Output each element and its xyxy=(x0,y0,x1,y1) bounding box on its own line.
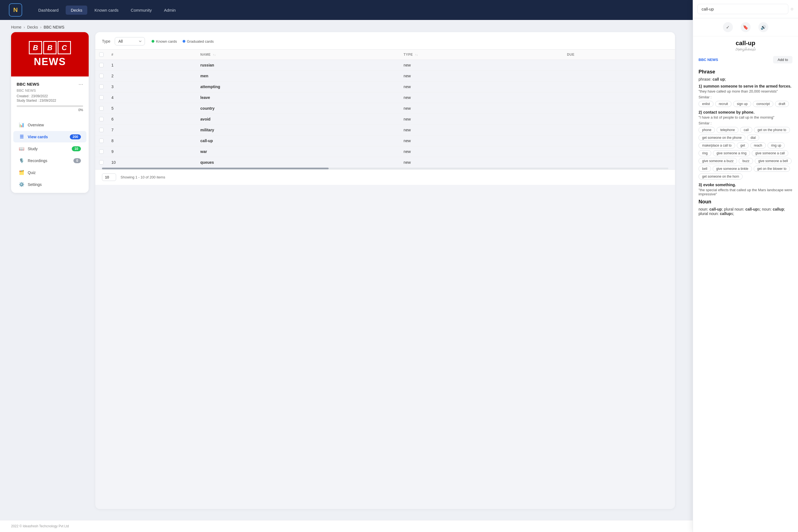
table-row[interactable]: 10 queues new xyxy=(95,157,675,168)
nav-link-community[interactable]: Community xyxy=(126,5,157,15)
dict-tag[interactable]: make/place a call to xyxy=(699,142,735,149)
dict-tag[interactable]: give someone a tinkle xyxy=(712,166,752,172)
dict-tag[interactable]: buzz xyxy=(739,158,753,164)
nav-link-dashboard[interactable]: Dashboard xyxy=(33,5,63,15)
dict-tag[interactable]: draft xyxy=(775,101,789,107)
table-row[interactable]: 9 war new xyxy=(95,146,675,157)
row-checkbox[interactable] xyxy=(99,160,103,165)
bookmark-button[interactable]: 🔖 xyxy=(741,22,750,32)
nav-icon: ⚙️ xyxy=(19,182,24,187)
table-row[interactable]: 8 call-up new xyxy=(95,135,675,146)
breadcrumb-decks[interactable]: Decks xyxy=(27,25,38,30)
nav-icon: 🗂️ xyxy=(19,170,24,175)
dict-add-button[interactable]: Add to xyxy=(773,56,793,63)
dict-body: Phrasephrase: call up;1) summon someone … xyxy=(693,66,798,223)
check-button[interactable]: ✓ xyxy=(723,22,733,32)
dict-noun-line: noun: call-up; plural noun: call-ups; no… xyxy=(699,207,793,216)
table-row[interactable]: 4 leave new xyxy=(95,92,675,103)
dict-actions: ✓ 🔖 🔊 xyxy=(693,18,798,36)
nav-link-decks[interactable]: Decks xyxy=(66,5,87,15)
td-checkbox xyxy=(95,135,108,146)
dict-tag[interactable]: sign up xyxy=(733,101,751,107)
dict-tag[interactable]: get someone on the horn xyxy=(699,173,743,179)
table-row[interactable]: 2 men new xyxy=(95,71,675,81)
legend-item-known-cards: Known cards xyxy=(152,39,177,43)
dict-def-example: "they have called up more than 20,000 re… xyxy=(699,89,793,93)
speaker-button[interactable]: 🔊 xyxy=(758,22,768,32)
dict-section-title-1: Noun xyxy=(699,199,793,205)
dict-tag[interactable]: give someone a bell xyxy=(755,158,792,164)
dict-def-example: "the special effects that called up the … xyxy=(699,188,793,196)
sidebar-item-study[interactable]: 📖 Study10 xyxy=(13,143,87,154)
deck-progress-bar xyxy=(17,105,83,107)
dict-tag[interactable]: get someone on the phone xyxy=(699,135,745,141)
dict-tag[interactable]: conscript xyxy=(753,101,773,107)
table-row[interactable]: 5 country new xyxy=(95,103,675,114)
th-name[interactable]: NAME ↑↓ xyxy=(196,50,400,60)
table-row[interactable]: 1 russian new xyxy=(95,60,675,71)
row-checkbox[interactable] xyxy=(99,106,103,111)
main-content: B B C NEWS BBC NEWS ··· BBC NEWS Created… xyxy=(0,32,693,520)
sidebar-item-settings[interactable]: ⚙️ Settings xyxy=(13,179,87,190)
row-checkbox[interactable] xyxy=(99,84,103,89)
dict-tag[interactable]: ring up xyxy=(767,142,785,149)
dict-tag[interactable]: get on the phone to xyxy=(754,127,790,133)
row-checkbox[interactable] xyxy=(99,138,103,143)
dict-tag[interactable]: bell xyxy=(699,166,711,172)
dict-tag[interactable]: get xyxy=(737,142,749,149)
dict-definition-0: 1) summon someone to serve in the armed … xyxy=(699,84,793,107)
td-type: new xyxy=(400,60,563,71)
th-type[interactable]: TYPE ↑↓ xyxy=(400,50,563,60)
dict-tag[interactable]: recruit xyxy=(715,101,732,107)
dict-tag[interactable]: give someone a ring xyxy=(713,150,750,156)
table-row[interactable]: 3 attempting new xyxy=(95,81,675,92)
dict-def-num-line: 3) evoke something. xyxy=(699,182,793,187)
dict-tag[interactable]: reach xyxy=(750,142,766,149)
dict-search-input[interactable] xyxy=(698,4,788,14)
dict-tag[interactable]: ring xyxy=(699,150,711,156)
td-name: call-up xyxy=(196,135,400,146)
sidebar-item-overview[interactable]: 📊 Overview xyxy=(13,119,87,131)
dict-tag[interactable]: get on the blower to xyxy=(754,166,790,172)
row-checkbox[interactable] xyxy=(99,117,103,121)
dict-definition-2: 3) evoke something."the special effects … xyxy=(699,182,793,196)
dict-section-title-0: Phrase xyxy=(699,69,793,75)
per-page-select[interactable]: 10 25 50 xyxy=(102,173,116,181)
dict-tag[interactable]: call xyxy=(740,127,752,133)
td-num: 7 xyxy=(108,125,196,135)
breadcrumb-home[interactable]: Home xyxy=(11,25,21,30)
sidebar-item-quiz[interactable]: 🗂️ Quiz xyxy=(13,167,87,178)
dict-tag[interactable]: telephone xyxy=(717,127,738,133)
dict-search: ○ xyxy=(693,0,798,18)
deck-menu-button[interactable]: ··· xyxy=(78,81,83,87)
dict-phrase-line: phrase: call up; xyxy=(699,77,793,81)
td-name: military xyxy=(196,125,400,135)
search-icon: ○ xyxy=(791,6,794,12)
type-filter-select[interactable]: AllKnownNewGraduated xyxy=(115,37,145,45)
dict-tag[interactable]: dial xyxy=(747,135,759,141)
td-name: men xyxy=(196,71,400,81)
row-checkbox[interactable] xyxy=(99,149,103,154)
row-checkbox[interactable] xyxy=(99,95,103,100)
nav-link-admin[interactable]: Admin xyxy=(159,5,181,15)
td-name: avoid xyxy=(196,114,400,125)
dict-tag[interactable]: enlist xyxy=(699,101,714,107)
td-type: new xyxy=(400,92,563,103)
sidebar-item-recordings[interactable]: 🎙️ Recordings0 xyxy=(13,155,87,166)
td-due xyxy=(563,114,675,125)
select-all-checkbox[interactable] xyxy=(99,52,103,57)
row-checkbox[interactable] xyxy=(99,74,103,78)
sidebar-item-view-cards[interactable]: ☰ View cards200 xyxy=(13,131,87,142)
dict-tag[interactable]: give someone a call xyxy=(752,150,788,156)
row-checkbox[interactable] xyxy=(99,128,103,132)
dict-tag[interactable]: phone xyxy=(699,127,715,133)
dict-similar-row-0: Similar : xyxy=(699,95,793,99)
table-row[interactable]: 6 avoid new xyxy=(95,114,675,125)
table-row[interactable]: 7 military new xyxy=(95,125,675,135)
td-due xyxy=(563,60,675,71)
td-num: 4 xyxy=(108,92,196,103)
row-checkbox[interactable] xyxy=(99,63,103,67)
nav-link-known-cards[interactable]: Known cards xyxy=(90,5,124,15)
nav-label: View cards xyxy=(28,135,48,139)
dict-tag[interactable]: give someone a buzz xyxy=(699,158,737,164)
